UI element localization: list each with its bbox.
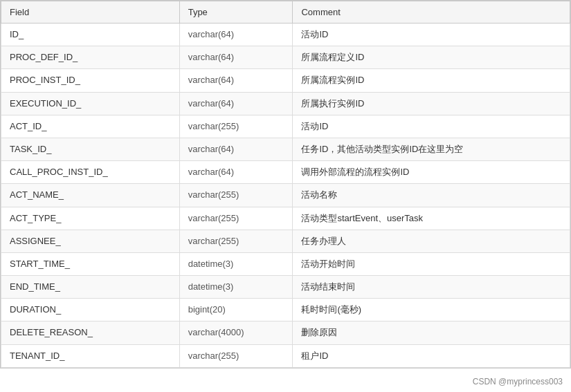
cell-type: varchar(64)	[179, 69, 293, 92]
cell-comment: 活动名称	[293, 184, 570, 207]
table-row: TASK_ID_varchar(64)任务ID，其他活动类型实例ID在这里为空	[1, 138, 570, 160]
cell-field: PROC_DEF_ID_	[1, 46, 180, 69]
cell-field: CALL_PROC_INST_ID_	[1, 161, 180, 184]
cell-field: ASSIGNEE_	[1, 230, 180, 252]
header-row: Field Type Comment	[1, 1, 570, 24]
cell-comment: 活动类型startEvent、userTask	[293, 207, 570, 230]
cell-comment: 所属流程定义ID	[293, 46, 570, 69]
cell-field: TASK_ID_	[1, 138, 180, 160]
cell-comment: 任务ID，其他活动类型实例ID在这里为空	[293, 138, 570, 160]
cell-type: varchar(64)	[179, 138, 293, 160]
cell-comment: 调用外部流程的流程实例ID	[293, 161, 570, 184]
cell-field: PROC_INST_ID_	[1, 69, 180, 92]
cell-comment: 耗时时间(毫秒)	[293, 299, 570, 321]
cell-type: varchar(255)	[179, 184, 293, 207]
cell-comment: 租户ID	[293, 344, 570, 367]
cell-field: START_TIME_	[1, 252, 180, 275]
cell-type: datetime(3)	[179, 252, 293, 275]
table-container: Field Type Comment ID_varchar(64)活动IDPRO…	[0, 0, 571, 368]
cell-type: varchar(255)	[179, 115, 293, 138]
table-row: ID_varchar(64)活动ID	[1, 24, 570, 46]
table-row: TENANT_ID_varchar(255)租户ID	[1, 344, 570, 367]
cell-comment: 任务办理人	[293, 230, 570, 252]
cell-type: varchar(64)	[179, 46, 293, 69]
table-row: ACT_TYPE_varchar(255)活动类型startEvent、user…	[1, 207, 570, 230]
cell-type: varchar(255)	[179, 230, 293, 252]
cell-type: varchar(4000)	[179, 321, 293, 344]
cell-type: bigint(20)	[179, 299, 293, 321]
cell-field: ACT_TYPE_	[1, 207, 180, 230]
cell-comment: 活动开始时间	[293, 252, 570, 275]
cell-field: DURATION_	[1, 299, 180, 321]
table-body: ID_varchar(64)活动IDPROC_DEF_ID_varchar(64…	[1, 24, 570, 368]
table-row: CALL_PROC_INST_ID_varchar(64)调用外部流程的流程实例…	[1, 161, 570, 184]
cell-type: varchar(255)	[179, 207, 293, 230]
cell-field: ACT_ID_	[1, 115, 180, 138]
table-row: PROC_INST_ID_varchar(64)所属流程实例ID	[1, 69, 570, 92]
table-row: END_TIME_datetime(3)活动结束时间	[1, 276, 570, 299]
cell-type: varchar(64)	[179, 161, 293, 184]
cell-field: TENANT_ID_	[1, 344, 180, 367]
table-row: DURATION_bigint(20)耗时时间(毫秒)	[1, 299, 570, 321]
cell-field: ID_	[1, 24, 180, 46]
cell-type: datetime(3)	[179, 276, 293, 299]
cell-field: ACT_NAME_	[1, 184, 180, 207]
col-comment: Comment	[293, 1, 570, 24]
table-row: PROC_DEF_ID_varchar(64)所属流程定义ID	[1, 46, 570, 69]
table-row: START_TIME_datetime(3)活动开始时间	[1, 252, 570, 275]
col-field: Field	[1, 1, 180, 24]
cell-field: END_TIME_	[1, 276, 180, 299]
cell-comment: 活动ID	[293, 115, 570, 138]
cell-type: varchar(255)	[179, 344, 293, 367]
cell-comment: 活动ID	[293, 24, 570, 46]
table-row: DELETE_REASON_varchar(4000)删除原因	[1, 321, 570, 344]
cell-type: varchar(64)	[179, 24, 293, 46]
cell-field: EXECUTION_ID_	[1, 92, 180, 115]
cell-comment: 活动结束时间	[293, 276, 570, 299]
table-header: Field Type Comment	[1, 1, 570, 24]
watermark: CSDN @myprincess003	[473, 377, 563, 386]
col-type: Type	[179, 1, 293, 24]
table-row: ASSIGNEE_varchar(255)任务办理人	[1, 230, 570, 252]
cell-comment: 所属流程实例ID	[293, 69, 570, 92]
cell-comment: 所属执行实例ID	[293, 92, 570, 115]
data-table: Field Type Comment ID_varchar(64)活动IDPRO…	[1, 1, 570, 368]
table-row: EXECUTION_ID_varchar(64)所属执行实例ID	[1, 92, 570, 115]
cell-comment: 删除原因	[293, 321, 570, 344]
cell-field: DELETE_REASON_	[1, 321, 180, 344]
table-row: ACT_ID_varchar(255)活动ID	[1, 115, 570, 138]
table-row: ACT_NAME_varchar(255)活动名称	[1, 184, 570, 207]
cell-type: varchar(64)	[179, 92, 293, 115]
